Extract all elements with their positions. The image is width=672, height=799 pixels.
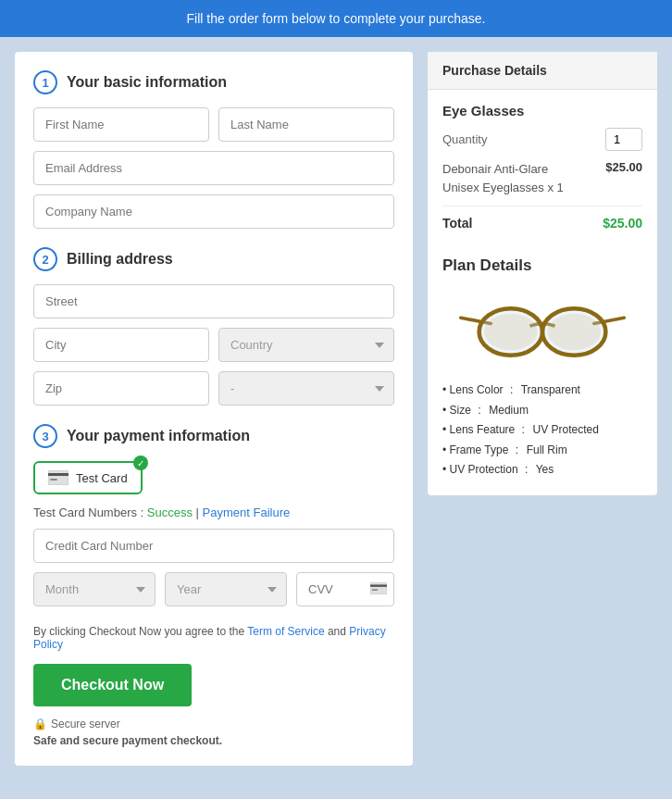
- svg-point-11: [547, 314, 601, 351]
- city-input[interactable]: [33, 328, 209, 362]
- total-row: Total $25.00: [442, 216, 642, 231]
- svg-rect-2: [50, 479, 57, 481]
- glasses-image: [442, 286, 642, 369]
- product-desc-row: Debonair Anti-GlareUnisex Eyeglasses x 1…: [442, 160, 642, 206]
- total-label: Total: [442, 216, 472, 231]
- spec-item: • Lens Color : Transparent: [442, 381, 642, 401]
- qty-input[interactable]: [605, 128, 642, 151]
- test-card-success-link[interactable]: Success: [147, 506, 193, 519]
- street-input[interactable]: [33, 284, 394, 318]
- first-name-input[interactable]: [33, 107, 209, 142]
- section1-number: 1: [33, 70, 57, 94]
- lock-icon: 🔒: [33, 718, 47, 730]
- svg-point-10: [484, 314, 538, 351]
- svg-rect-3: [370, 582, 387, 594]
- card-icon: [48, 470, 68, 485]
- spec-item: • Size : Medium: [442, 401, 642, 421]
- product-title: Eye Glasses: [442, 103, 642, 119]
- plan-details-section: Plan Details: [428, 256, 657, 495]
- section2-title: Billing address: [67, 251, 173, 268]
- banner-text: Fill the order form below to complete yo…: [187, 11, 486, 26]
- plan-details-title: Plan Details: [442, 256, 642, 275]
- test-card-numbers: Test Card Numbers : Success | Payment Fa…: [33, 506, 394, 519]
- checkout-button[interactable]: Checkout Now: [33, 664, 192, 706]
- section3-title: Your payment information: [67, 428, 250, 444]
- svg-rect-4: [370, 584, 387, 586]
- section2-heading: 2 Billing address: [33, 247, 394, 271]
- svg-rect-1: [48, 473, 68, 476]
- section3-number: 3: [33, 424, 57, 448]
- email-input[interactable]: [33, 151, 394, 185]
- secure-server-text: 🔒 Secure server: [33, 718, 394, 730]
- spec-item: • Lens Feature : UV Protected: [442, 420, 642, 441]
- month-select[interactable]: Month: [33, 572, 156, 606]
- safe-text: Safe and secure payment checkout.: [33, 734, 394, 747]
- safe-bold: Safe: [33, 734, 56, 747]
- test-card-failure-link[interactable]: Payment Failure: [203, 506, 291, 519]
- section1-heading: 1 Your basic information: [33, 70, 394, 94]
- spec-item: • UV Protection : Yes: [442, 460, 642, 481]
- left-panel: 1 Your basic information: [15, 52, 413, 766]
- svg-rect-5: [372, 589, 379, 591]
- plan-specs: • Lens Color : Transparent• Size : Mediu…: [442, 381, 642, 481]
- right-panel: Purchase Details Eye Glasses Quantity De…: [428, 52, 657, 495]
- top-banner: Fill the order form below to complete yo…: [0, 0, 672, 37]
- section2-number: 2: [33, 247, 57, 271]
- check-badge: ✓: [133, 456, 148, 470]
- state-select[interactable]: -: [218, 371, 394, 406]
- country-select[interactable]: Country: [218, 328, 394, 362]
- product-desc: Debonair Anti-GlareUnisex Eyeglasses x 1: [442, 160, 564, 196]
- card-option[interactable]: Test Card ✓: [33, 461, 143, 494]
- terms-text: By clicking Checkout Now you agree to th…: [33, 625, 394, 651]
- year-select[interactable]: Year: [165, 572, 287, 606]
- total-value: $25.00: [603, 216, 642, 231]
- purchase-header: Purchase Details: [428, 52, 657, 90]
- last-name-input[interactable]: [218, 107, 394, 142]
- zip-input[interactable]: [33, 371, 209, 406]
- card-label: Test Card: [76, 471, 128, 485]
- credit-card-input[interactable]: [33, 529, 394, 563]
- product-price: $25.00: [605, 160, 642, 196]
- tos-link[interactable]: Term of Service: [247, 625, 324, 638]
- cvv-card-icon: [370, 581, 387, 598]
- spec-item: • Frame Type : Full Rim: [442, 441, 642, 461]
- company-input[interactable]: [33, 194, 394, 229]
- svg-rect-0: [48, 470, 68, 485]
- qty-label: Quantity: [442, 132, 487, 146]
- qty-row: Quantity: [442, 128, 642, 151]
- section3-heading: 3 Your payment information: [33, 424, 394, 448]
- section1-title: Your basic information: [67, 74, 227, 91]
- purchase-body: Eye Glasses Quantity Debonair Anti-Glare…: [428, 90, 657, 256]
